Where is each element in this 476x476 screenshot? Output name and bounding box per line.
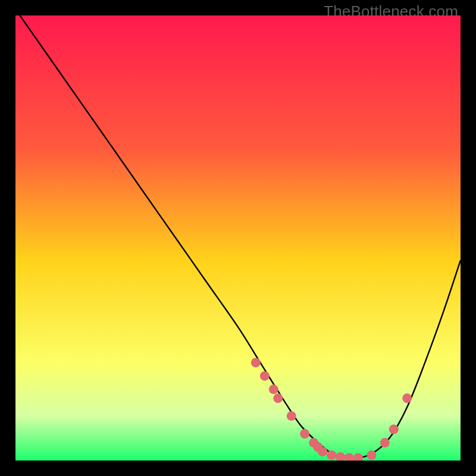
highlight-point — [251, 358, 261, 367]
chart-frame: TheBottleneck.com — [0, 0, 476, 476]
chart-svg — [15, 15, 461, 461]
highlight-point — [389, 425, 399, 434]
highlight-point — [260, 371, 270, 381]
highlight-point — [287, 411, 296, 421]
highlight-point — [318, 447, 327, 456]
highlight-point — [367, 450, 376, 460]
highlight-point — [273, 393, 283, 403]
highlight-point — [269, 384, 278, 394]
highlight-point — [300, 429, 309, 439]
gradient-background — [15, 15, 461, 461]
highlight-point — [380, 438, 390, 447]
highlight-point — [327, 450, 336, 460]
plot-area — [15, 15, 461, 461]
highlight-point — [402, 393, 412, 403]
